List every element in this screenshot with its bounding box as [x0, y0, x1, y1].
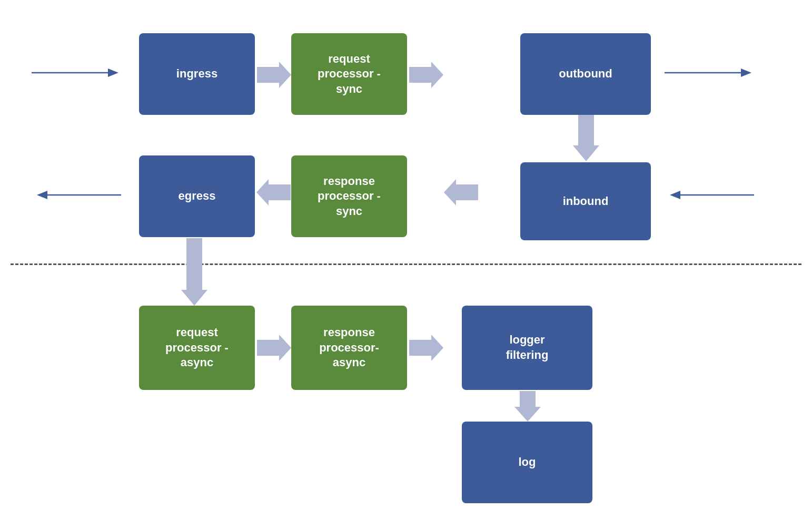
- dashed-divider: [11, 263, 801, 265]
- svg-marker-9: [409, 62, 443, 88]
- node-egress: egress: [139, 155, 255, 237]
- node-response-processor-sync: response processor - sync: [291, 155, 407, 237]
- arrow-egress-to-rpa: [181, 238, 207, 307]
- node-log: log: [462, 422, 592, 503]
- svg-marker-15: [409, 335, 443, 361]
- svg-marker-11: [444, 179, 478, 206]
- arrow-outbound-to-inbound: [573, 115, 599, 162]
- svg-marker-5: [37, 191, 47, 199]
- arrow-ingress-to-rps: [257, 62, 291, 88]
- node-outbound: outbound: [520, 33, 651, 115]
- arrow-rps-to-egress: [256, 179, 291, 206]
- svg-marker-10: [573, 115, 599, 161]
- node-inbound: inbound: [520, 162, 651, 240]
- node-ingress: ingress: [139, 33, 255, 115]
- node-logger-filtering: logger filtering: [462, 306, 592, 390]
- svg-marker-12: [256, 179, 291, 206]
- arrow-logger-to-log: [514, 391, 541, 423]
- svg-marker-8: [257, 62, 291, 88]
- svg-marker-3: [741, 69, 751, 77]
- arrow-inbound-to-res-proc-sync: [444, 179, 478, 206]
- node-request-processor-async: request processor - async: [139, 306, 255, 390]
- outgoing-arrow-left: [32, 187, 126, 203]
- arrow-respa-to-logger: [409, 335, 443, 361]
- outgoing-arrow-right: [665, 65, 759, 81]
- node-response-processor-async: response processor- async: [291, 306, 407, 390]
- svg-marker-16: [514, 391, 541, 422]
- incoming-arrow-left: [32, 65, 126, 81]
- incoming-arrow-right: [665, 187, 759, 203]
- svg-marker-1: [108, 69, 118, 77]
- arrow-rpa-to-respa: [257, 335, 291, 361]
- node-request-processor-sync: request processor - sync: [291, 33, 407, 115]
- svg-marker-7: [670, 191, 680, 199]
- svg-marker-13: [181, 238, 207, 306]
- svg-marker-14: [257, 335, 291, 361]
- arrow-rps-to-outbound: [409, 62, 443, 88]
- diagram-container: ingress request processor - sync outboun…: [0, 0, 812, 528]
